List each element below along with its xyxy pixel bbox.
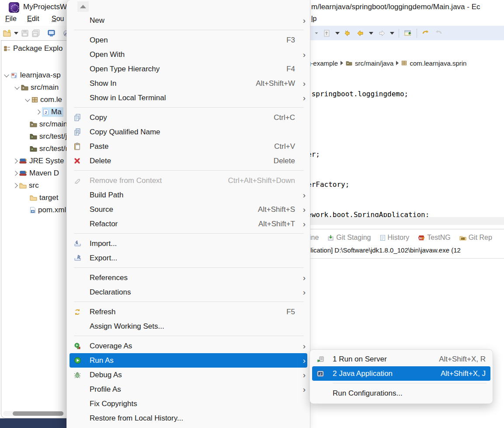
dropdown-icon[interactable]	[335, 28, 340, 39]
menu-item-open-type-hierarchy[interactable]: Open Type Hierarchy F4	[67, 62, 310, 76]
tree-item-project[interactable]: MJ learnjava-sp	[5, 70, 66, 81]
pin-editor-icon[interactable]	[403, 28, 413, 39]
tree-item-src-main-java[interactable]: src/main	[15, 82, 66, 93]
submenu-arrow-icon: ›	[295, 288, 306, 296]
menu-scroll-up[interactable]	[67, 0, 310, 13]
menu-item-new[interactable]: New ›	[67, 13, 310, 28]
source-folder-icon	[21, 84, 28, 91]
menu-item-source[interactable]: Source Alt+Shift+S ›	[67, 202, 310, 217]
menu-separator	[74, 302, 304, 302]
submenu-item-run-configurations[interactable]: Run Configurations...	[310, 386, 493, 400]
chevron-right-icon[interactable]	[13, 183, 17, 188]
menu-item-declarations[interactable]: Declarations ›	[67, 285, 310, 299]
menu-file[interactable]: File	[5, 15, 17, 23]
tree-item-jre-system-library[interactable]: JRE Syste	[14, 155, 66, 167]
chevron-right-icon[interactable]	[13, 171, 17, 175]
menu-item-restore-from-local-history[interactable]: Restore from Local History...	[67, 411, 310, 425]
tree-item-package[interactable]: com.le	[26, 94, 66, 105]
save-icon[interactable]	[21, 28, 29, 39]
remove-from-context-icon	[74, 177, 83, 185]
new-wizard-dropdown-icon[interactable]	[14, 28, 18, 39]
menu-item-build-path[interactable]: Build Path ›	[67, 188, 310, 202]
submenu-arrow-icon: ›	[295, 385, 306, 393]
tree-item-src-main-resources[interactable]: src/main	[24, 119, 66, 130]
menu-separator	[74, 336, 304, 336]
menu-help-fragment[interactable]: lp	[311, 15, 316, 23]
copy-qualified-name-icon	[74, 128, 83, 136]
code-line: erFactory;	[307, 179, 504, 189]
menu-item-export[interactable]: Export...	[67, 251, 310, 265]
back-icon[interactable]	[356, 28, 365, 39]
tree-item-pom-xml[interactable]: M pom.xml	[24, 204, 66, 216]
submenu-arrow-icon: ›	[295, 274, 306, 282]
new-wizard-icon[interactable]	[3, 28, 11, 39]
save-all-icon[interactable]	[31, 28, 40, 39]
package-icon	[31, 97, 38, 103]
breadcrumb-source-folder[interactable]: src/main/java	[355, 60, 393, 67]
chevron-right-icon[interactable]	[13, 158, 17, 163]
menu-item-coverage-as[interactable]: Coverage As ›	[67, 339, 310, 353]
menu-separator	[74, 233, 304, 234]
menu-item-import[interactable]: Import...	[67, 236, 310, 251]
menu-item-copy[interactable]: Copy Ctrl+C	[67, 110, 310, 125]
menu-item-references[interactable]: References ›	[67, 270, 310, 285]
chevron-down-icon[interactable]	[25, 97, 30, 102]
tree-item-maven-dependencies[interactable]: Maven D	[14, 168, 66, 179]
eclipse-window: MyProjectsWo m/learnjava/springboot/logg…	[0, 0, 504, 428]
java-file-icon: J	[43, 109, 49, 116]
submenu-item-run-on-server[interactable]: 1 Run on Server Alt+Shift+X, R	[310, 352, 493, 366]
menu-item-remove-from-context[interactable]: Remove from Context Ctrl+Alt+Shift+Down	[67, 173, 310, 188]
menu-item-refresh[interactable]: Refresh F5	[67, 305, 310, 319]
code-editor[interactable]: .springboot.loggingdemo; er; erFactory; …	[307, 69, 504, 217]
forward-icon[interactable]	[377, 28, 386, 39]
forward-dropdown-icon[interactable]	[389, 28, 395, 39]
back-dropdown-icon[interactable]	[368, 28, 374, 39]
menu-item-refactor[interactable]: Refactor Alt+Shift+T ›	[67, 217, 310, 231]
breadcrumb-separator-icon	[396, 61, 399, 65]
git-repositories-icon: GIT	[459, 235, 466, 241]
tree-item-src-test-resources[interactable]: src/test/r	[24, 143, 66, 154]
breadcrumb-project[interactable]: g-example	[307, 60, 338, 67]
breadcrumb-package[interactable]: com.learnjava.sprin	[410, 60, 466, 67]
menu-item-profile-as[interactable]: Profile As ›	[67, 382, 310, 396]
tab-git-staging[interactable]: Git Staging	[327, 234, 371, 242]
menu-item-show-in[interactable]: Show In Alt+Shift+W ›	[67, 76, 310, 91]
back-to-main-icon[interactable]	[343, 28, 353, 39]
horizontal-scrollbar[interactable]	[3, 411, 64, 416]
last-edit-location-icon[interactable]	[322, 28, 332, 39]
menu-item-run-as[interactable]: Run As ›	[70, 353, 307, 368]
menu-item-open[interactable]: Open F3	[67, 33, 310, 47]
menu-item-show-in-local-terminal[interactable]: Show in Local Terminal ›	[67, 91, 310, 105]
chevron-down-icon[interactable]	[14, 84, 19, 89]
chevron-down-icon[interactable]	[4, 72, 9, 77]
chevron-right-icon[interactable]	[35, 109, 40, 114]
svg-text:G: G	[422, 236, 424, 240]
tree-item-target-folder[interactable]: target	[24, 192, 66, 203]
tab-package-explorer[interactable]: Package Explo	[4, 44, 63, 53]
menu-source[interactable]: Sou	[52, 15, 64, 23]
tab-git-repositories[interactable]: GIT Git Rep	[459, 234, 492, 242]
menu-item-copy-qualified-name[interactable]: Copy Qualified Name	[67, 125, 310, 139]
tree-item-src-folder[interactable]: src	[14, 180, 66, 191]
menu-item-paste[interactable]: Paste Ctrl+V	[67, 139, 310, 154]
tree-item-main-java[interactable]: J Ma	[36, 106, 66, 118]
scrollbar-thumb[interactable]	[13, 411, 63, 416]
context-menu: New › Open F3 Open With › Open Type Hier…	[66, 0, 310, 428]
menu-item-assign-working-sets[interactable]: Assign Working Sets...	[67, 319, 310, 333]
submenu-item-java-application[interactable]: J 2 Java Application Alt+Shift+X, J	[312, 366, 490, 381]
java-application-icon: J	[317, 370, 326, 378]
dropdown-icon[interactable]	[314, 28, 319, 39]
menu-item-delete[interactable]: Delete Delete	[67, 154, 310, 168]
toolbar-left	[0, 26, 66, 40]
menu-item-fix-copyrights[interactable]: Fix Copyrights	[67, 396, 310, 411]
undo-icon[interactable]	[421, 28, 431, 39]
package-explorer-title: Package Explo	[13, 44, 63, 53]
menu-item-debug-as[interactable]: Debug As ›	[67, 368, 310, 382]
open-console-icon[interactable]	[47, 28, 56, 39]
tab-history[interactable]: History	[380, 234, 410, 242]
menu-item-open-with[interactable]: Open With ›	[67, 47, 310, 62]
menu-edit[interactable]: Edit	[27, 15, 39, 23]
redo-icon[interactable]	[434, 28, 443, 39]
tree-item-src-test-java[interactable]: src/test/j	[24, 131, 66, 142]
tab-testng[interactable]: NG TestNG	[418, 234, 450, 242]
